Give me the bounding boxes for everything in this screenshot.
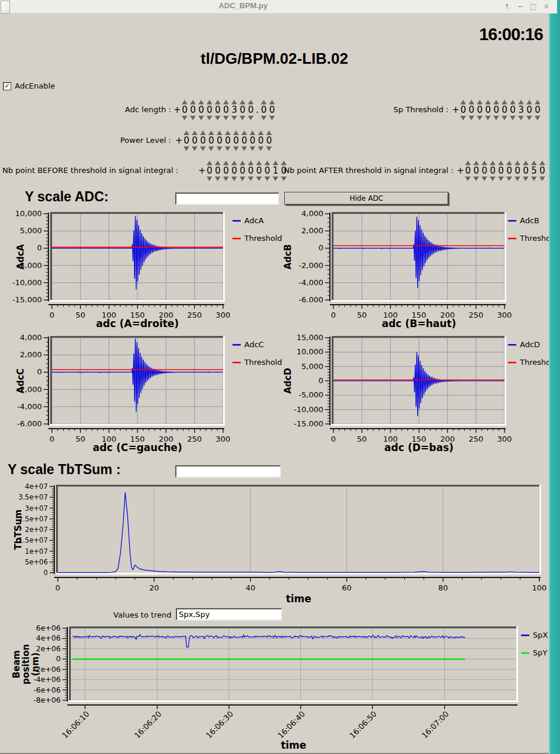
digit-down-arrow[interactable] [264, 177, 270, 181]
digit-down-arrow[interactable] [200, 146, 206, 151]
digit-up-arrow[interactable] [473, 161, 479, 165]
digit-down-arrow[interactable] [531, 177, 537, 181]
digit-up-arrow[interactable] [261, 100, 267, 105]
digit-down-arrow[interactable] [498, 177, 504, 181]
digit-down-arrow[interactable] [502, 116, 507, 120]
digit-up-arrow[interactable] [223, 161, 229, 165]
nb-after-spinner[interactable]: +0000000050 [457, 157, 546, 184]
digit-up-arrow[interactable] [535, 100, 541, 105]
window-minimize-button[interactable]: ‒ [515, 1, 526, 12]
digit-up-arrow[interactable] [250, 130, 256, 135]
digit-down-arrow[interactable] [269, 116, 275, 120]
digit-down-arrow[interactable] [261, 116, 267, 120]
yscale-adc-input[interactable] [175, 192, 279, 205]
digit-down-arrow[interactable] [225, 146, 231, 151]
digit-up-arrow[interactable] [506, 161, 512, 165]
digit-down-arrow[interactable] [231, 177, 237, 181]
digit-down-arrow[interactable] [223, 177, 229, 181]
digit-up-arrow[interactable] [248, 161, 254, 165]
power-level-spinner[interactable]: +00000000000 [175, 127, 273, 154]
digit-up-arrow[interactable] [493, 100, 499, 105]
digit-up-arrow[interactable] [198, 100, 204, 105]
digit-down-arrow[interactable] [223, 116, 229, 120]
digit-down-arrow[interactable] [207, 116, 212, 120]
digit-down-arrow[interactable] [192, 146, 198, 151]
digit-up-arrow[interactable] [208, 130, 214, 135]
digit-up-arrow[interactable] [207, 100, 212, 105]
digit-down-arrow[interactable] [256, 177, 262, 181]
digit-up-arrow[interactable] [240, 100, 245, 105]
digit-down-arrow[interactable] [482, 177, 487, 181]
digit-up-arrow[interactable] [200, 130, 206, 135]
window-close-button[interactable]: ✕ [541, 1, 552, 12]
digit-down-arrow[interactable] [469, 116, 474, 120]
digit-up-arrow[interactable] [539, 161, 545, 165]
digit-up-arrow[interactable] [498, 161, 504, 165]
digit-down-arrow[interactable] [493, 116, 499, 120]
digit-up-arrow[interactable] [518, 100, 524, 105]
digit-down-arrow[interactable] [233, 146, 239, 151]
digit-down-arrow[interactable] [215, 177, 221, 181]
nb-before-spinner[interactable]: +0000000010 [198, 157, 288, 184]
digit-up-arrow[interactable] [510, 100, 516, 105]
digit-down-arrow[interactable] [198, 116, 204, 120]
digit-up-arrow[interactable] [266, 130, 272, 135]
digit-down-arrow[interactable] [190, 116, 196, 120]
digit-up-arrow[interactable] [233, 130, 239, 135]
digit-up-arrow[interactable] [460, 100, 466, 105]
yscale-tbt-input[interactable] [175, 465, 281, 478]
digit-up-arrow[interactable] [223, 100, 229, 105]
digit-down-arrow[interactable] [208, 146, 214, 151]
digit-up-arrow[interactable] [215, 100, 221, 105]
sp-threshold-spinner[interactable]: +0000000300 [452, 96, 542, 123]
digit-down-arrow[interactable] [465, 177, 471, 181]
digit-up-arrow[interactable] [231, 100, 237, 105]
digit-down-arrow[interactable] [215, 116, 221, 120]
digit-up-arrow[interactable] [531, 161, 537, 165]
digit-up-arrow[interactable] [482, 161, 487, 165]
digit-down-arrow[interactable] [241, 146, 247, 151]
digit-down-arrow[interactable] [217, 146, 222, 151]
digit-up-arrow[interactable] [241, 130, 247, 135]
digit-down-arrow[interactable] [523, 177, 529, 181]
digit-up-arrow[interactable] [502, 100, 507, 105]
digit-up-arrow[interactable] [190, 100, 196, 105]
digit-down-arrow[interactable] [485, 116, 491, 120]
digit-down-arrow[interactable] [207, 177, 212, 181]
digit-down-arrow[interactable] [539, 177, 545, 181]
digit-down-arrow[interactable] [248, 177, 254, 181]
adc-enable-checkbox[interactable]: ✓ [3, 82, 11, 90]
window-up-button[interactable]: ↑ [502, 1, 512, 12]
digit-up-arrow[interactable] [256, 161, 262, 165]
digit-up-arrow[interactable] [264, 161, 270, 165]
hide-adc-button[interactable]: Hide ADC [284, 192, 448, 205]
window-maximize-button[interactable]: □ [528, 1, 539, 12]
digit-up-arrow[interactable] [469, 100, 474, 105]
digit-up-arrow[interactable] [192, 130, 198, 135]
digit-up-arrow[interactable] [225, 130, 231, 135]
digit-up-arrow[interactable] [485, 100, 491, 105]
digit-down-arrow[interactable] [535, 116, 541, 120]
digit-down-arrow[interactable] [184, 146, 189, 151]
digit-down-arrow[interactable] [490, 177, 496, 181]
digit-down-arrow[interactable] [182, 116, 188, 120]
digit-down-arrow[interactable] [526, 116, 532, 120]
digit-down-arrow[interactable] [248, 116, 254, 120]
digit-down-arrow[interactable] [506, 177, 512, 181]
digit-down-arrow[interactable] [473, 177, 479, 181]
digit-down-arrow[interactable] [273, 177, 279, 181]
digit-down-arrow[interactable] [250, 146, 256, 151]
digit-down-arrow[interactable] [266, 146, 272, 151]
digit-down-arrow[interactable] [515, 177, 520, 181]
digit-up-arrow[interactable] [515, 161, 520, 165]
digit-up-arrow[interactable] [490, 161, 496, 165]
digit-up-arrow[interactable] [273, 161, 279, 165]
digit-up-arrow[interactable] [217, 130, 222, 135]
digit-down-arrow[interactable] [477, 116, 483, 120]
digit-down-arrow[interactable] [240, 177, 245, 181]
digit-up-arrow[interactable] [240, 161, 245, 165]
digit-down-arrow[interactable] [231, 116, 237, 120]
digit-up-arrow[interactable] [526, 100, 532, 105]
values-to-trend-input[interactable] [176, 608, 282, 621]
digit-up-arrow[interactable] [269, 100, 275, 105]
